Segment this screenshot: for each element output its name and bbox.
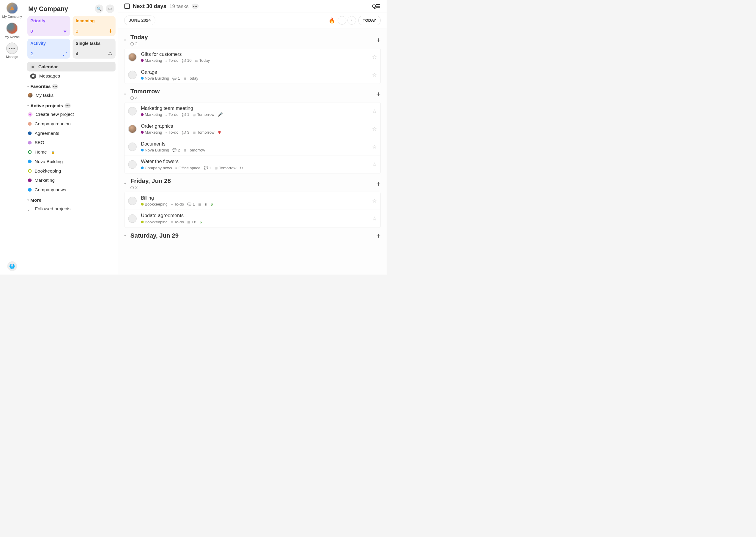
star-icon[interactable]: ☆ — [372, 161, 377, 168]
project-item[interactable]: Agreements — [27, 129, 115, 138]
followed-projects[interactable]: ⋰ Followed projects — [27, 204, 115, 214]
task-row[interactable]: Documents Nova Building💬 2▦ Tomorrow☆ — [124, 138, 380, 156]
chevron-left-icon: ‹ — [341, 19, 342, 22]
favorites-menu-icon[interactable]: ••• — [52, 84, 58, 89]
task-project[interactable]: Marketing — [141, 58, 162, 63]
chevron-right-icon: › — [351, 19, 352, 22]
project-item[interactable]: Home🔒 — [27, 147, 115, 157]
add-task-button[interactable]: + — [376, 232, 380, 240]
task-date[interactable]: ▦ Tomorrow — [214, 166, 236, 171]
tile-single-tasks[interactable]: Single tasks 4⁂ — [72, 39, 115, 59]
task-project[interactable]: Bookkeeping — [141, 202, 168, 207]
task-section[interactable]: ≡ To-do — [165, 58, 179, 63]
prev-button[interactable]: ‹ — [337, 16, 346, 25]
task-date[interactable]: ▦ Tomorrow — [193, 112, 214, 117]
project-item[interactable]: SEO — [27, 138, 115, 147]
task-date[interactable]: ▦ Fri — [187, 220, 196, 225]
task-date[interactable]: ▦ Tomorrow — [183, 148, 205, 153]
filter-icon[interactable]: Q☰ — [372, 3, 381, 9]
workspace-my-nozbe[interactable]: My Nozbe — [4, 22, 20, 39]
task-row[interactable]: Garage Nova Building💬 1▦ Today☆ — [124, 66, 380, 84]
task-project[interactable]: Nova Building — [141, 148, 169, 153]
day-header[interactable]: ▾ Saturday, Jun 29 + — [124, 229, 380, 241]
task-comments[interactable]: 💬 2 — [172, 148, 180, 153]
projects-menu-icon[interactable]: ••• — [65, 103, 70, 108]
checkbox-ring[interactable] — [128, 107, 137, 115]
add-task-button[interactable]: + — [376, 90, 380, 98]
task-section[interactable]: ≡ Office space — [175, 166, 200, 171]
fire-icon[interactable]: 🔥 — [329, 17, 335, 23]
day-header[interactable]: ▾ Tomorrow 4 + — [124, 85, 380, 102]
checkbox-ring[interactable] — [128, 160, 137, 169]
task-row[interactable]: Order graphics Marketing≡ To-do💬 3▦ Tomo… — [124, 120, 380, 138]
star-icon[interactable]: ☆ — [372, 215, 377, 222]
create-project-button[interactable]: + Create new project — [27, 109, 115, 119]
more-header[interactable]: ▾ More — [27, 197, 115, 203]
task-date[interactable]: ▦ Fri — [198, 202, 207, 207]
task-row[interactable]: Gifts for customers Marketing≡ To-do💬 10… — [124, 48, 380, 66]
task-date[interactable]: ▦ Today — [183, 76, 198, 81]
checkbox-ring[interactable] — [128, 215, 137, 223]
checkbox-ring[interactable] — [128, 71, 137, 79]
add-task-button[interactable]: + — [376, 180, 380, 188]
task-comments[interactable]: 💬 10 — [182, 58, 192, 63]
task-project[interactable]: Marketing — [141, 130, 162, 135]
sidebar-toggle-icon[interactable] — [124, 4, 130, 9]
globe-icon[interactable]: 🌐 — [7, 261, 17, 271]
project-item[interactable]: Nova Building — [27, 157, 115, 166]
task-row[interactable]: Update agreements Bookkeeping≡ To-do▦ Fr… — [124, 210, 380, 227]
task-comments[interactable]: 💬 1 — [204, 166, 211, 171]
month-picker[interactable]: JUNE 2024 — [124, 16, 155, 25]
task-comments[interactable]: 💬 1 — [182, 112, 189, 117]
task-project[interactable]: Nova Building — [141, 76, 169, 81]
day-header[interactable]: ▾ Today 2 + — [124, 31, 380, 48]
checkbox-ring[interactable] — [128, 197, 137, 205]
search-icon[interactable]: 🔍 — [95, 4, 104, 13]
nav-calendar[interactable]: ▦ Calendar — [27, 62, 115, 71]
avatar-icon[interactable] — [128, 53, 137, 62]
star-icon[interactable]: ☆ — [372, 144, 377, 150]
workspace-my-company[interactable]: My Company — [2, 2, 22, 19]
more-menu-icon[interactable]: ••• — [192, 4, 199, 9]
task-row[interactable]: Billing Bookkeeping≡ To-do💬 1▦ Fri$☆ — [124, 192, 380, 210]
task-section[interactable]: ≡ To-do — [171, 220, 184, 225]
task-section[interactable]: ≡ To-do — [165, 112, 179, 117]
star-icon[interactable]: ☆ — [372, 54, 377, 60]
star-icon[interactable]: ☆ — [372, 108, 377, 114]
next-button[interactable]: › — [347, 16, 356, 25]
add-task-button[interactable]: + — [376, 36, 380, 44]
task-project[interactable]: Company news — [141, 166, 172, 171]
favorite-my-tasks[interactable]: My tasks — [27, 91, 115, 100]
gear-icon[interactable]: ⚙ — [106, 4, 114, 13]
day-header[interactable]: ▾ Friday, Jun 28 2 + — [124, 175, 380, 192]
favorites-header[interactable]: ▾ Favorites ••• — [27, 84, 115, 89]
task-section[interactable]: ≡ To-do — [165, 130, 179, 135]
task-project[interactable]: Bookkeeping — [141, 220, 168, 225]
nav-messages[interactable]: 💬 Messages — [27, 71, 115, 81]
projects-label: Active projects — [30, 103, 63, 108]
project-item[interactable]: Company news — [27, 185, 115, 194]
checkbox-ring[interactable] — [128, 143, 137, 151]
task-comments[interactable]: 💬 3 — [182, 130, 189, 135]
tile-incoming[interactable]: Incoming 0⬇ — [72, 16, 115, 36]
projects-header[interactable]: ▾ Active projects ••• — [27, 103, 115, 108]
task-row[interactable]: Marketing team meeting Marketing≡ To-do💬… — [124, 103, 380, 120]
task-date[interactable]: ▦ Today — [195, 58, 210, 63]
task-date[interactable]: ▦ Tomorrow — [193, 130, 214, 135]
tile-priority[interactable]: Priority 0★ — [27, 16, 70, 36]
star-icon[interactable]: ☆ — [372, 71, 377, 78]
avatar-icon[interactable] — [128, 125, 137, 133]
task-project[interactable]: Marketing — [141, 112, 162, 117]
task-comments[interactable]: 💬 1 — [172, 76, 180, 81]
workspace-manage[interactable]: ••• Manage — [6, 42, 18, 59]
project-item[interactable]: Company reunion — [27, 119, 115, 129]
task-comments[interactable]: 💬 1 — [187, 202, 195, 207]
task-section[interactable]: ≡ To-do — [171, 202, 184, 207]
star-icon[interactable]: ☆ — [372, 197, 377, 204]
tile-activity[interactable]: Activity 2⋰ — [27, 39, 70, 59]
star-icon[interactable]: ☆ — [372, 126, 377, 132]
task-row[interactable]: Water the flowers Company news≡ Office s… — [124, 156, 380, 173]
project-item[interactable]: Marketing — [27, 176, 115, 185]
today-button[interactable]: TODAY — [358, 16, 381, 25]
project-item[interactable]: Bookkeeping — [27, 166, 115, 176]
